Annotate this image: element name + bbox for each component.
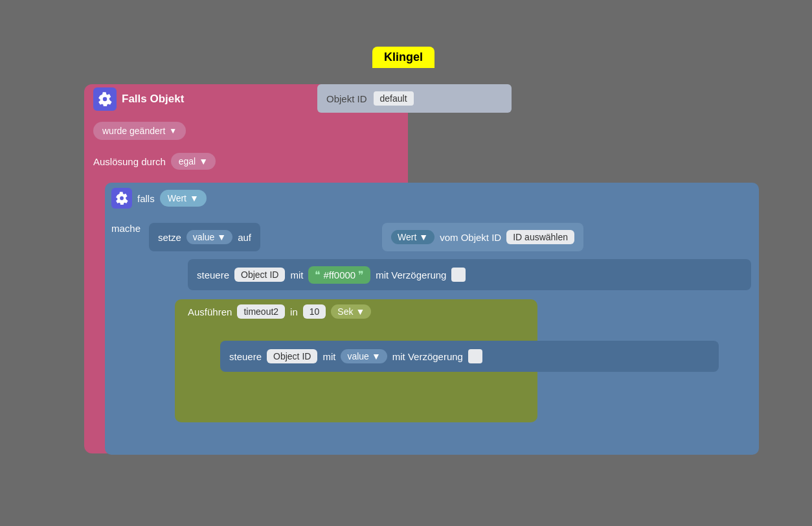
- falls-wert-row: falls Wert ▼: [111, 188, 207, 209]
- color-value: #ff0000: [323, 269, 355, 280]
- mache-row: mache: [111, 223, 141, 234]
- wert-dropdown[interactable]: Wert ▼: [160, 190, 207, 207]
- gear-icon: [98, 92, 112, 106]
- auf-label: auf: [238, 232, 251, 243]
- wert-vom-dropdown[interactable]: Wert ▼: [391, 230, 434, 244]
- wert-value: Wert: [168, 193, 186, 203]
- auslosung-row: Auslösung durch egal ▼: [93, 153, 216, 170]
- falls-label: falls: [137, 193, 155, 204]
- string-block: ❝ #ff0000 ❞: [308, 266, 370, 284]
- steuere2-mit-label: mit: [322, 351, 335, 362]
- steuere1-verzogerung-label: mit Verzögerung: [376, 269, 446, 280]
- steuere2-value-dropdown[interactable]: value ▼: [341, 349, 387, 363]
- steuere-row2: steuere Object ID mit value ▼ mit Verzög…: [220, 341, 719, 372]
- canvas: Klingel Objekt ID default Falls Objekt w…: [0, 0, 812, 526]
- steuere2-label: steuere: [229, 351, 262, 362]
- in-label: in: [290, 306, 298, 317]
- value-dropdown[interactable]: value ▼: [186, 230, 232, 244]
- objekt-id-top-block[interactable]: Objekt ID default: [317, 84, 512, 113]
- small-gear-icon: [115, 192, 128, 205]
- quote-left-icon: ❝: [315, 269, 321, 281]
- ausfuhren-row: Ausführen timeout2 in 10 Sek ▼: [188, 304, 371, 319]
- setze-label: setze: [158, 232, 181, 243]
- steuere2-object-id[interactable]: Object ID: [267, 349, 317, 363]
- falls-objekt-label: Falls Objekt: [122, 93, 184, 106]
- timeout-pill[interactable]: timeout2: [237, 304, 285, 319]
- steuere2-checkbox[interactable]: [468, 349, 482, 363]
- ausfuhren-label: Ausführen: [188, 306, 232, 317]
- egal-dropdown[interactable]: egal ▼: [171, 153, 216, 170]
- wurde-row[interactable]: wurde geändert ▼: [93, 122, 186, 140]
- wert-arrow-icon: ▼: [190, 193, 199, 203]
- egal-arrow-icon: ▼: [199, 156, 208, 166]
- klingel-text: Klingel: [384, 51, 423, 63]
- steuere1-object-id[interactable]: Object ID: [234, 268, 285, 282]
- steuere1-checkbox[interactable]: [451, 268, 466, 282]
- steuere2-value: value: [347, 351, 368, 361]
- steuere2-verzogerung-label: mit Verzögerung: [392, 351, 463, 362]
- sek-dropdown[interactable]: Sek ▼: [331, 304, 371, 319]
- setze-row: setze value ▼ auf: [149, 223, 260, 251]
- wert-vom-block: Wert ▼ vom Objekt ID ID auswählen: [382, 223, 583, 251]
- steuere1-label: steuere: [197, 269, 229, 280]
- falls-objekt-row: Falls Objekt: [84, 84, 184, 114]
- steuere-row1: steuere Object ID mit ❝ #ff0000 ❞ mit Ve…: [188, 259, 751, 290]
- sek-arrow-icon: ▼: [355, 306, 365, 317]
- wurde-dropdown[interactable]: wurde geändert ▼: [93, 122, 186, 140]
- value-label: value: [193, 232, 214, 242]
- quote-right-icon: ❞: [358, 269, 364, 281]
- value-arrow-icon: ▼: [217, 232, 226, 242]
- sek-value: Sek: [337, 306, 353, 317]
- vom-objekt-id-label: vom Objekt ID: [440, 232, 501, 243]
- steuere1-mit-label: mit: [290, 269, 303, 280]
- id-auswahlen-pill[interactable]: ID auswählen: [506, 230, 574, 244]
- small-gear-icon-box[interactable]: [111, 188, 132, 209]
- objekt-id-top-label: Objekt ID: [326, 93, 367, 104]
- wert-vom-arrow-icon: ▼: [419, 232, 428, 242]
- mache-label: mache: [111, 223, 141, 234]
- wert-vom-value: Wert: [398, 232, 416, 242]
- wurde-label: wurde geändert: [102, 126, 165, 136]
- auslosung-label: Auslösung durch: [93, 156, 166, 167]
- wurde-arrow-icon: ▼: [169, 126, 177, 135]
- egal-value: egal: [179, 156, 196, 166]
- num-pill[interactable]: 10: [303, 304, 326, 319]
- objekt-id-top-value[interactable]: default: [374, 91, 414, 106]
- klingel-label: Klingel: [372, 47, 434, 68]
- steuere2-arrow-icon: ▼: [372, 351, 381, 361]
- gear-icon-box[interactable]: [93, 87, 117, 111]
